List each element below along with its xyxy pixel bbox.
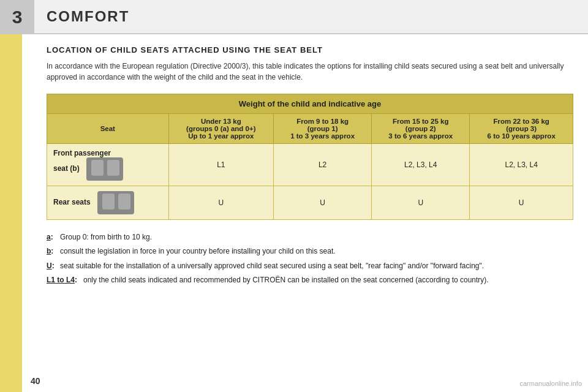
col-15to25-header: From 15 to 25 kg (group 2) 3 to 6 years …	[372, 114, 470, 144]
col-header-row: Seat Under 13 kg (groups 0 (a) and 0+) U…	[47, 114, 573, 144]
table-row: Front passengerseat (b) L1 L2 L2, L3, L4…	[47, 144, 573, 186]
section-title: LOCATION OF CHILD SEATS ATTACHED USING T…	[47, 45, 573, 55]
notes-section: a: Group 0: from birth to 10 kg. b: cons…	[47, 231, 573, 287]
intro-text: In accordance with the European regulati…	[47, 61, 573, 83]
note-u: U: seat suitable for the installation of…	[47, 260, 573, 272]
note-a: a: Group 0: from birth to 10 kg.	[47, 231, 573, 243]
child-seats-table: Weight of the child and indicative age S…	[47, 94, 573, 220]
chapter-title: COMFORT	[47, 8, 129, 25]
rear-col3: U	[372, 186, 470, 220]
front-col3: L2, L3, L4	[372, 144, 470, 186]
front-col4: L2, L3, L4	[470, 144, 573, 186]
front-col1: L1	[168, 144, 273, 186]
rear-col2: U	[274, 186, 372, 220]
note-l1tol4: L1 to L4: only the child seats indicated…	[47, 274, 573, 286]
page-number: 40	[31, 376, 40, 386]
col-22to36-header: From 22 to 36 kg (group 3) 6 to 10 years…	[470, 114, 573, 144]
front-col2: L2	[274, 144, 372, 186]
front-seat-image	[86, 157, 123, 181]
col-seat-header: Seat	[47, 114, 169, 144]
rear-col4: U	[470, 186, 573, 220]
note-b: b: consult the legislation in force in y…	[47, 245, 573, 257]
table-header-row: Weight of the child and indicative age	[47, 94, 573, 114]
header-bar: COMFORT	[34, 0, 588, 34]
rear-seat-image	[97, 191, 134, 214]
seat-rear: Rear seats	[47, 186, 169, 220]
table-row: Rear seats U U U U	[47, 186, 573, 220]
rear-col1: U	[168, 186, 273, 220]
watermark: carmanualonline.info	[519, 380, 582, 387]
left-accent-bar	[0, 0, 22, 392]
chapter-number: 3	[0, 0, 34, 34]
col-9to18-header: From 9 to 18 kg (group 1) 1 to 3 years a…	[274, 114, 372, 144]
main-content: LOCATION OF CHILD SEATS ATTACHED USING T…	[34, 34, 586, 295]
table-header-cell: Weight of the child and indicative age	[47, 94, 573, 114]
seat-front-passenger: Front passengerseat (b)	[47, 144, 169, 186]
col-under13-header: Under 13 kg (groups 0 (a) and 0+) Up to …	[168, 114, 273, 144]
